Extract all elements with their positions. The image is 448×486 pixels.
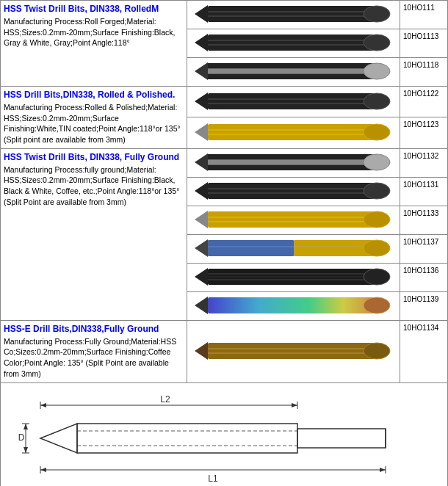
svg-marker-0 — [195, 5, 208, 23]
svg-rect-28 — [208, 164, 377, 170]
svg-marker-45 — [195, 268, 208, 286]
product-code-10HO1136: 10HO1136 — [400, 263, 448, 291]
svg-point-14 — [364, 63, 390, 79]
drill-img-10HO1131 — [187, 177, 400, 206]
drill-img-10HO1123 — [187, 117, 400, 148]
product-code-10HO1122: 10HO1122 — [400, 87, 448, 117]
svg-marker-15 — [195, 93, 208, 110]
svg-marker-75 — [40, 468, 46, 472]
svg-marker-25 — [195, 153, 208, 171]
drill-img-10HO111 — [187, 1, 400, 29]
svg-point-50 — [364, 269, 390, 285]
section-title: HSS Twist Drill Bits, DIN338, Fully Grou… — [4, 152, 184, 162]
svg-marker-10 — [195, 62, 208, 80]
svg-marker-35 — [195, 211, 208, 228]
svg-point-53 — [364, 297, 390, 313]
svg-rect-55 — [208, 343, 377, 359]
svg-marker-30 — [195, 182, 208, 200]
svg-marker-69 — [40, 403, 46, 407]
svg-marker-80 — [24, 424, 28, 429]
svg-rect-41 — [208, 240, 294, 256]
svg-rect-60 — [77, 424, 297, 453]
drill-img-10HO1134 — [187, 320, 400, 382]
svg-rect-52 — [208, 297, 377, 313]
product-code-10HO1113: 10HO1113 — [400, 29, 448, 58]
product-code-10HO1118: 10HO1118 — [400, 58, 448, 87]
product-code-10HO1123: 10HO1123 — [400, 117, 448, 148]
drill-img-10HO1113 — [187, 29, 400, 58]
drill-img-10HO1139 — [187, 291, 400, 320]
svg-point-19 — [364, 93, 390, 109]
svg-rect-36 — [208, 211, 377, 228]
svg-marker-54 — [195, 342, 208, 360]
svg-rect-27 — [208, 154, 377, 159]
svg-rect-16 — [208, 93, 377, 109]
section-section4-desc: HSS-E Drill Bits,DIN338,Fully Ground Man… — [1, 320, 187, 382]
section-body: Manufacturing Process:Fully Ground;Mater… — [4, 336, 184, 380]
svg-rect-31 — [208, 183, 377, 199]
drill-img-10HO1118 — [187, 58, 400, 87]
drill-img-10HO1137 — [187, 234, 400, 263]
section-body: Manufacturing Process:Rolled & Polished;… — [4, 102, 184, 145]
section-title: HSS Drill Bits,DIN338, Rolled & Polished… — [4, 90, 184, 100]
section-body: Manufacturing Process:fully ground;Mater… — [4, 164, 184, 208]
svg-marker-40 — [195, 239, 208, 257]
svg-rect-21 — [208, 124, 377, 140]
product-code-10HO1139: 10HO1139 — [400, 291, 448, 320]
svg-marker-20 — [195, 123, 208, 141]
svg-point-29 — [364, 154, 390, 170]
svg-text:L1: L1 — [208, 474, 218, 484]
drill-diagram: L2 L1 D — [1, 382, 448, 486]
section-body: Manufacturing Process:Roll Forged;Materi… — [4, 16, 184, 48]
product-code-10HO1132: 10HO1132 — [400, 148, 448, 177]
drill-diagram-svg: L2 L1 D — [18, 391, 430, 486]
svg-marker-59 — [40, 424, 77, 453]
svg-marker-81 — [24, 447, 28, 453]
main-table: HSS Twist Drill Bits, DIN338, RolledM Ma… — [0, 0, 448, 486]
svg-point-44 — [364, 240, 390, 256]
product-code-10HO111: 10HO111 — [400, 1, 448, 29]
drill-img-10HO1132 — [187, 148, 400, 177]
product-code-10HO1131: 10HO1131 — [400, 177, 448, 206]
svg-marker-5 — [195, 34, 208, 51]
svg-text:L2: L2 — [160, 394, 170, 405]
drill-img-10HO1122 — [187, 87, 400, 117]
svg-marker-70 — [292, 403, 297, 407]
svg-point-4 — [364, 6, 390, 22]
svg-marker-76 — [380, 468, 386, 472]
svg-point-58 — [364, 343, 390, 359]
product-code-10HO1134: 10HO1134 — [400, 320, 448, 382]
svg-point-24 — [364, 124, 390, 140]
svg-rect-1 — [208, 6, 377, 22]
svg-point-39 — [364, 211, 390, 228]
svg-rect-13 — [208, 74, 377, 79]
section-title: HSS Twist Drill Bits, DIN338, RolledM — [4, 4, 184, 14]
section-section1-desc: HSS Twist Drill Bits, DIN338, RolledM Ma… — [1, 1, 187, 87]
svg-point-34 — [364, 183, 390, 199]
drill-img-10HO1133 — [187, 206, 400, 234]
svg-text:D: D — [18, 432, 25, 443]
product-code-10HO1133: 10HO1133 — [400, 206, 448, 234]
section-title: HSS-E Drill Bits,DIN338,Fully Ground — [4, 324, 184, 334]
svg-rect-6 — [208, 35, 377, 51]
product-code-10HO1137: 10HO1137 — [400, 234, 448, 263]
svg-point-9 — [364, 35, 390, 51]
drill-img-10HO1136 — [187, 263, 400, 291]
section-section2-desc: HSS Drill Bits,DIN338, Rolled & Polished… — [1, 87, 187, 149]
svg-marker-51 — [195, 297, 208, 314]
svg-rect-61 — [297, 429, 386, 448]
svg-rect-12 — [208, 63, 377, 68]
section-section3-desc: HSS Twist Drill Bits, DIN338, Fully Grou… — [1, 148, 187, 320]
